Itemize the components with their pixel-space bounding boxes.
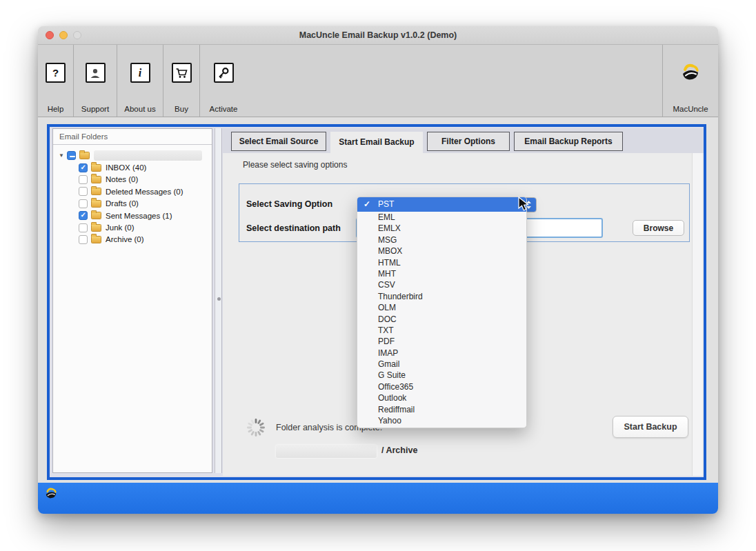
- tab-filter-options[interactable]: Filter Options: [427, 132, 510, 151]
- saving-option-dropdown-menu: ✓PST EML EMLX MSG MBOX HTML MHT CSV Thun…: [357, 197, 527, 428]
- dropdown-option[interactable]: MSG: [357, 234, 526, 246]
- support-button[interactable]: Support: [74, 45, 117, 117]
- root-checkbox[interactable]: [67, 151, 76, 160]
- title-bar: MacUncle Email Backup v1.0.2 (Demo): [38, 26, 718, 45]
- dropdown-option[interactable]: Rediffmail: [357, 404, 526, 415]
- tab-email-backup-reports[interactable]: Email Backup Reports: [514, 132, 623, 151]
- saving-option-label: Select Saving Option: [246, 199, 332, 209]
- app-window: MacUncle Email Backup v1.0.2 (Demo) ? He…: [38, 26, 718, 514]
- dropdown-option[interactable]: Thunderbird: [357, 291, 526, 302]
- help-icon: ?: [46, 63, 66, 83]
- folder-icon: [91, 188, 101, 195]
- account-path-redacted: [276, 445, 377, 458]
- tree-root-row[interactable]: ▼: [53, 150, 212, 161]
- current-folder-path: / Archive: [381, 445, 417, 455]
- folder-row-junk[interactable]: Junk (0): [53, 221, 212, 233]
- folder-row-drafts[interactable]: Drafts (0): [53, 198, 212, 210]
- folder-label: Sent Messages (1): [106, 212, 172, 220]
- activate-button[interactable]: Activate: [200, 45, 247, 117]
- folder-label: Junk (0): [106, 223, 135, 232]
- dropdown-option[interactable]: EML: [357, 212, 526, 223]
- tab-select-email-source[interactable]: Select Email Source: [231, 132, 326, 151]
- dropdown-option[interactable]: Office365: [357, 381, 526, 392]
- folder-checkbox[interactable]: [79, 199, 88, 208]
- dropdown-option[interactable]: TXT: [357, 325, 526, 336]
- progress-spinner-icon: [246, 417, 266, 438]
- disclosure-triangle-icon[interactable]: ▼: [59, 152, 66, 159]
- dropdown-option[interactable]: MBOX: [357, 246, 526, 257]
- brand-area: MacUncle: [662, 45, 718, 117]
- folder-label: Drafts (0): [106, 199, 139, 208]
- toolbar: ? Help Support i About us Buy Activate: [38, 45, 718, 117]
- dropdown-option[interactable]: Gmail: [357, 359, 526, 370]
- dropdown-option[interactable]: CSV: [357, 279, 526, 290]
- footer-bar: [38, 483, 718, 514]
- mouse-cursor: [518, 197, 529, 212]
- tab-start-email-backup[interactable]: Start Email Backup: [330, 132, 423, 153]
- checkmark-icon: ✓: [364, 197, 370, 212]
- dropdown-option[interactable]: Outlook: [357, 392, 526, 403]
- support-person-icon: [86, 63, 106, 83]
- splitter-grip[interactable]: [217, 297, 221, 301]
- shopping-cart-icon: [172, 63, 192, 83]
- folder-label: INBOX (40): [106, 163, 146, 172]
- key-icon: [214, 63, 234, 83]
- panel-splitter[interactable]: [215, 128, 222, 473]
- drafts-folder-icon: [91, 200, 101, 208]
- folder-checkbox[interactable]: [79, 211, 88, 220]
- folder-row-inbox[interactable]: INBOX (40): [53, 161, 212, 173]
- folder-label: Deleted Messages (0): [106, 188, 183, 196]
- about-us-button[interactable]: i About us: [117, 45, 163, 117]
- browse-button[interactable]: Browse: [633, 220, 684, 236]
- folder-row-deleted-messages[interactable]: Deleted Messages (0): [53, 186, 212, 197]
- help-button[interactable]: ? Help: [38, 45, 74, 117]
- tab-bar: Select Email Source Start Email Backup F…: [223, 128, 704, 153]
- folder-icon: [91, 164, 101, 172]
- macuncle-logo-icon-small: [43, 486, 59, 501]
- dropdown-option[interactable]: PDF: [357, 336, 526, 347]
- dropdown-option[interactable]: IMAP: [357, 348, 526, 359]
- main-area: Email Folders ▼ INBOX (40): [38, 117, 718, 483]
- dropdown-option-pst[interactable]: ✓PST: [357, 197, 526, 212]
- backup-panel: Select Email Source Start Email Backup F…: [223, 128, 704, 476]
- folder-icon: [91, 212, 101, 219]
- window-title: MacUncle Email Backup v1.0.2 (Demo): [38, 26, 718, 45]
- instruction-text: Please select saving options: [243, 160, 347, 170]
- start-backup-button[interactable]: Start Backup: [613, 416, 688, 438]
- folder-icon: [91, 224, 101, 232]
- dropdown-option[interactable]: HTML: [357, 257, 526, 268]
- dropdown-option[interactable]: G Suite: [357, 370, 526, 381]
- dropdown-option[interactable]: OLM: [357, 302, 526, 313]
- folder-label: Notes (0): [106, 175, 138, 183]
- buy-button[interactable]: Buy: [163, 45, 200, 117]
- folder-icon: [91, 176, 101, 183]
- email-folders-panel: Email Folders ▼ INBOX (40): [52, 128, 212, 473]
- account-folder-icon: [79, 152, 90, 159]
- account-name-redacted: [94, 150, 202, 161]
- folder-row-notes[interactable]: Notes (0): [53, 174, 212, 186]
- folder-checkbox[interactable]: [79, 187, 88, 196]
- folder-checkbox[interactable]: [79, 175, 88, 184]
- dropdown-option[interactable]: EMLX: [357, 223, 526, 234]
- folder-tree: ▼ INBOX (40) Notes (0): [53, 145, 212, 246]
- macuncle-logo-icon: [679, 61, 702, 83]
- folder-checkbox[interactable]: [79, 235, 88, 244]
- tab-content: Please select saving options Select Savi…: [223, 153, 704, 476]
- dropdown-option[interactable]: Yahoo: [357, 415, 526, 426]
- folder-label: Archive (0): [106, 235, 144, 243]
- folder-checkbox[interactable]: [79, 223, 88, 232]
- folder-checkbox[interactable]: [79, 163, 88, 172]
- brand-label: MacUncle: [673, 105, 708, 113]
- vertical-scrollbar[interactable]: [692, 153, 702, 476]
- dropdown-option[interactable]: DOC: [357, 314, 526, 325]
- email-folders-header: Email Folders: [53, 129, 212, 145]
- destination-path-label: Select destination path: [246, 223, 341, 233]
- folder-icon: [91, 236, 101, 243]
- info-icon: i: [130, 63, 150, 83]
- folder-row-sent-messages[interactable]: Sent Messages (1): [53, 210, 212, 221]
- folder-row-archive[interactable]: Archive (0): [53, 234, 212, 246]
- dropdown-option[interactable]: MHT: [357, 268, 526, 279]
- content-frame: Email Folders ▼ INBOX (40): [47, 124, 706, 480]
